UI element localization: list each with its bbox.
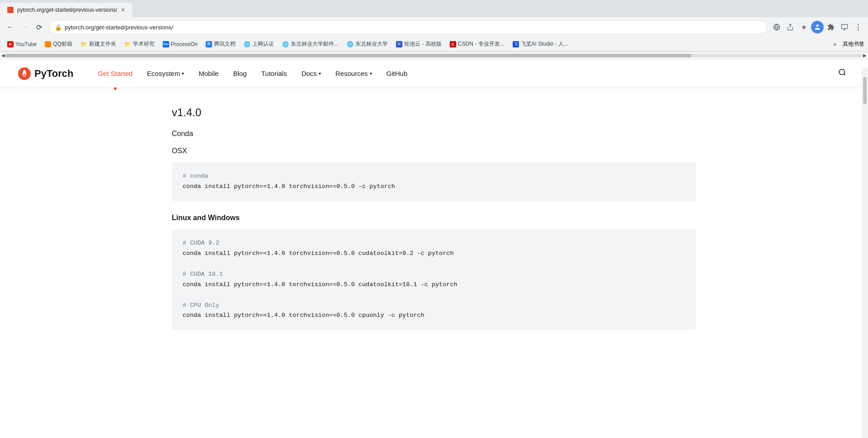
- share-button[interactable]: [784, 21, 797, 33]
- vertical-scrollbar-thumb[interactable]: [863, 77, 867, 104]
- forward-button[interactable]: →: [18, 21, 31, 33]
- osx-label: OSX: [172, 147, 696, 155]
- bookmark-favicon-folder: 📁: [80, 41, 87, 47]
- nav-blog[interactable]: Blog: [227, 66, 253, 81]
- cuda92-command-line: conda install pytorch==1.4.0 torchvision…: [183, 249, 685, 259]
- bookmark-label-tencent: 腾讯文档: [214, 40, 236, 48]
- linux-windows-label: Linux and Windows: [172, 214, 696, 222]
- bookmark-favicon-internet: 🌐: [244, 41, 250, 47]
- cpu-comment-line: # CPU Only: [183, 301, 685, 311]
- bookmark-favicon-tencent: 腾: [206, 41, 212, 47]
- svg-rect-4: [841, 24, 847, 28]
- svg-point-9: [839, 69, 844, 75]
- bookmark-neu-mail[interactable]: 🌐 东北林业大学邮件...: [278, 39, 342, 49]
- nav-resources-label: Resources: [335, 70, 368, 77]
- cast-button[interactable]: [838, 21, 851, 33]
- page-area: ◀ ▶ PyTorch Get Started Ecosystem ▾: [0, 52, 868, 379]
- pytorch-flame-icon: [18, 67, 31, 80]
- bookmark-feishu[interactable]: 飞 飞桨AI Studio - 人...: [509, 39, 572, 49]
- search-icon[interactable]: [835, 65, 850, 82]
- vertical-scrollbar[interactable]: [862, 68, 868, 379]
- bookmarks-bar: ▶ YouTube QQ邮箱 📁 新建文件夹 📁 学术研究 On Process…: [0, 37, 868, 52]
- bookmark-label-folder: 新建文件夹: [89, 40, 116, 48]
- bookmark-star-button[interactable]: ★: [797, 21, 810, 33]
- horizontal-scrollbar[interactable]: ◀ ▶: [0, 52, 868, 59]
- bookmark-folder[interactable]: 📁 新建文件夹: [77, 39, 120, 49]
- profile-button[interactable]: [811, 21, 824, 33]
- bookmark-neu[interactable]: 🌐 东北林业大学: [343, 39, 392, 49]
- osx-code-block: # conda conda install pytorch==1.4.0 tor…: [172, 162, 696, 201]
- extensions-button[interactable]: [825, 21, 837, 33]
- osx-code-command: conda install pytorch==1.4.0 torchvision…: [183, 182, 685, 192]
- svg-point-3: [816, 24, 818, 27]
- bookmark-csdn[interactable]: C CSDN - 专业开发...: [446, 39, 508, 49]
- cuda101-command-line: conda install pytorch==1.4.0 torchvision…: [183, 280, 685, 290]
- nav-tutorials[interactable]: Tutorials: [255, 66, 293, 81]
- browser-chrome: pytorch.org/get-started/previous-version…: [0, 0, 868, 52]
- bookmark-youtube[interactable]: ▶ YouTube: [4, 40, 40, 49]
- active-tab[interactable]: pytorch.org/get-started/previous-version…: [0, 3, 132, 17]
- nav-get-started[interactable]: Get Started: [91, 66, 139, 81]
- nav-ecosystem-label: Ecosystem: [147, 70, 180, 77]
- nav-mobile[interactable]: Mobile: [192, 66, 225, 81]
- bookmark-study[interactable]: 📁 学术研究: [121, 39, 158, 49]
- nav-resources[interactable]: Resources ▾: [329, 66, 378, 81]
- bookmark-tencent[interactable]: 腾 腾讯文档: [202, 39, 239, 49]
- nav-blog-label: Blog: [233, 70, 247, 77]
- bookmark-favicon-juchi: 矩: [396, 41, 402, 47]
- pytorch-nav-links: Get Started Ecosystem ▾ Mobile Blog Tuto…: [91, 66, 835, 81]
- nav-github[interactable]: GitHub: [380, 66, 414, 81]
- pytorch-logo[interactable]: PyTorch: [18, 67, 73, 80]
- url-input[interactable]: [65, 24, 761, 31]
- toolbar: ← → ⟳ 🔒 ★ ⋮: [0, 17, 868, 37]
- scroll-thumb[interactable]: [5, 54, 691, 57]
- bookmark-label-neu-mail: 东北林业大学邮件...: [291, 40, 339, 48]
- reload-button[interactable]: ⟳: [33, 21, 45, 33]
- bookmark-favicon-neu: 🌐: [347, 41, 354, 47]
- nav-docs-label: Docs: [302, 70, 317, 77]
- nav-ecosystem[interactable]: Ecosystem ▾: [141, 66, 190, 81]
- svg-line-10: [844, 74, 845, 75]
- bookmark-favicon-csdn: C: [450, 41, 456, 47]
- bookmark-favicon-processon: On: [163, 41, 169, 47]
- cuda92-comment-line: # CUDA 9.2: [183, 238, 685, 249]
- bookmark-label-study: 学术研究: [133, 40, 155, 48]
- bookmark-label-qq: QQ邮箱: [53, 40, 72, 48]
- toolbar-actions: ★ ⋮: [770, 21, 864, 33]
- page-content-container: v1.4.0 Conda OSX # conda conda install p…: [154, 88, 714, 361]
- bookmark-favicon-study: 📁: [124, 41, 131, 47]
- conda-label: Conda: [172, 130, 696, 138]
- bookmark-label-youtube: YouTube: [15, 41, 37, 47]
- nav-docs[interactable]: Docs ▾: [295, 66, 327, 81]
- bookmark-processon[interactable]: On ProcessOn: [159, 40, 201, 49]
- cpu-command-line: conda install pytorch==1.4.0 torchvision…: [183, 311, 685, 321]
- bookmark-label-internet: 上网认证: [252, 40, 274, 48]
- pytorch-navbar: PyTorch Get Started Ecosystem ▾ Mobile B…: [0, 59, 868, 88]
- tab-favicon: [7, 7, 14, 13]
- address-bar[interactable]: 🔒: [49, 20, 767, 34]
- bookmark-label-processon: ProcessOn: [171, 41, 198, 47]
- bookmark-internet[interactable]: 🌐 上网认证: [240, 39, 278, 49]
- scroll-right-arrow[interactable]: ▶: [862, 53, 868, 58]
- back-button[interactable]: ←: [4, 21, 16, 33]
- menu-button[interactable]: ⋮: [852, 21, 864, 33]
- svg-point-8: [24, 74, 25, 75]
- bookmark-favicon-qq: [45, 41, 51, 47]
- lock-icon: 🔒: [55, 24, 62, 31]
- bookmark-qq[interactable]: QQ邮箱: [41, 39, 76, 49]
- bookmark-favicon-youtube: ▶: [7, 41, 14, 47]
- cuda101-comment-line: # CUDA 10.1: [183, 269, 685, 280]
- scroll-track: [5, 54, 863, 57]
- tab-close-button[interactable]: ✕: [121, 7, 125, 13]
- bookmarks-more-button[interactable]: »: [830, 40, 840, 49]
- other-bookmarks[interactable]: 其他书签: [843, 40, 864, 48]
- translate-button[interactable]: [770, 21, 783, 33]
- version-heading: v1.4.0: [172, 106, 696, 119]
- osx-code-comment: # conda: [183, 171, 685, 182]
- ecosystem-chevron: ▾: [182, 71, 184, 76]
- nav-github-label: GitHub: [387, 70, 408, 77]
- bookmark-juchi[interactable]: 矩 矩池云 - 高校版: [392, 39, 445, 49]
- bookmark-label-neu: 东北林业大学: [355, 40, 388, 48]
- nav-mobile-label: Mobile: [198, 70, 218, 77]
- linux-windows-code-block: # CUDA 9.2 conda install pytorch==1.4.0 …: [172, 229, 696, 330]
